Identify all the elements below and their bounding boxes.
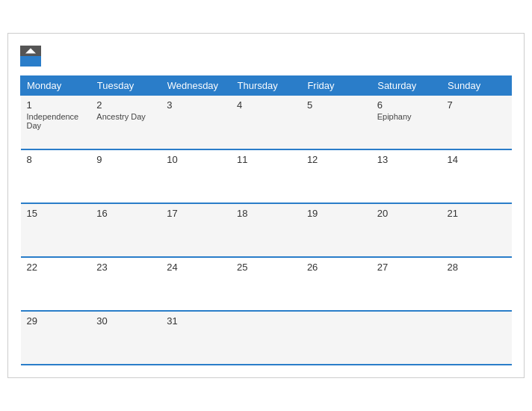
day-number: 19 xyxy=(307,208,365,219)
calendar-cell: 20 xyxy=(371,203,442,257)
calendar-cell: 22 xyxy=(21,257,91,311)
calendar-cell: 4 xyxy=(231,96,301,149)
holiday-name: Ancestry Day xyxy=(96,112,155,121)
weekday-header-saturday: Saturday xyxy=(371,76,442,96)
weekday-header-monday: Monday xyxy=(21,76,91,96)
day-number: 15 xyxy=(27,208,85,219)
day-number: 1 xyxy=(27,99,85,111)
calendar: MondayTuesdayWednesdayThursdayFridaySatu… xyxy=(7,33,525,378)
calendar-thead: MondayTuesdayWednesdayThursdayFridaySatu… xyxy=(21,76,512,96)
week-row-5: 293031 xyxy=(21,311,512,365)
weekday-header-row: MondayTuesdayWednesdayThursdayFridaySatu… xyxy=(21,76,512,96)
day-number: 29 xyxy=(27,315,85,327)
calendar-cell xyxy=(442,311,512,365)
calendar-cell: 28 xyxy=(442,257,512,311)
day-number: 16 xyxy=(96,208,155,219)
calendar-cell: 5 xyxy=(301,96,371,149)
week-row-2: 891011121314 xyxy=(21,149,512,203)
day-number: 27 xyxy=(377,262,436,273)
calendar-cell: 18 xyxy=(231,203,301,257)
calendar-cell: 10 xyxy=(161,149,231,203)
logo-icon xyxy=(20,46,41,67)
holiday-name: Independence Day xyxy=(27,112,85,130)
calendar-cell: 14 xyxy=(442,149,512,203)
calendar-cell: 23 xyxy=(90,257,161,311)
day-number: 3 xyxy=(167,99,225,111)
day-number: 7 xyxy=(448,99,506,111)
weekday-header-friday: Friday xyxy=(301,76,371,96)
calendar-cell xyxy=(301,311,371,365)
calendar-cell: 31 xyxy=(161,311,231,365)
calendar-tbody: 1Independence Day2Ancestry Day3456Epipha… xyxy=(21,96,512,365)
calendar-cell: 11 xyxy=(231,149,301,203)
calendar-cell: 3 xyxy=(161,96,231,149)
svg-rect-1 xyxy=(20,56,41,67)
calendar-cell: 29 xyxy=(21,311,91,365)
calendar-cell: 13 xyxy=(371,149,442,203)
day-number: 12 xyxy=(307,154,365,165)
calendar-cell: 30 xyxy=(90,311,161,365)
day-number: 21 xyxy=(448,208,506,219)
day-number: 17 xyxy=(167,208,225,219)
calendar-cell: 7 xyxy=(442,96,512,149)
calendar-cell: 16 xyxy=(90,203,161,257)
weekday-header-wednesday: Wednesday xyxy=(161,76,231,96)
day-number: 20 xyxy=(377,208,436,219)
day-number: 30 xyxy=(96,315,155,327)
day-number: 26 xyxy=(307,262,365,273)
calendar-cell: 6Epiphany xyxy=(371,96,442,149)
day-number: 2 xyxy=(96,99,155,111)
calendar-cell: 27 xyxy=(371,257,442,311)
calendar-cell: 25 xyxy=(231,257,301,311)
calendar-cell: 21 xyxy=(442,203,512,257)
day-number: 14 xyxy=(448,154,506,165)
weekday-header-sunday: Sunday xyxy=(442,76,512,96)
calendar-cell: 1Independence Day xyxy=(21,96,91,149)
day-number: 6 xyxy=(377,99,436,111)
weekday-header-thursday: Thursday xyxy=(231,76,301,96)
day-number: 25 xyxy=(237,262,295,273)
calendar-cell: 12 xyxy=(301,149,371,203)
week-row-4: 22232425262728 xyxy=(21,257,512,311)
calendar-cell: 24 xyxy=(161,257,231,311)
day-number: 11 xyxy=(237,154,295,165)
day-number: 9 xyxy=(96,154,155,165)
day-number: 8 xyxy=(27,154,85,165)
calendar-cell: 15 xyxy=(21,203,91,257)
calendar-header xyxy=(20,46,512,67)
holiday-name: Epiphany xyxy=(377,112,436,121)
day-number: 5 xyxy=(307,99,365,111)
logo xyxy=(20,46,43,67)
day-number: 28 xyxy=(448,262,506,273)
calendar-cell: 19 xyxy=(301,203,371,257)
calendar-cell xyxy=(231,311,301,365)
day-number: 24 xyxy=(167,262,225,273)
calendar-cell: 2Ancestry Day xyxy=(90,96,161,149)
day-number: 22 xyxy=(27,262,85,273)
day-number: 10 xyxy=(167,154,225,165)
day-number: 4 xyxy=(237,99,295,111)
calendar-cell: 8 xyxy=(21,149,91,203)
week-row-3: 15161718192021 xyxy=(21,203,512,257)
calendar-cell: 26 xyxy=(301,257,371,311)
calendar-cell: 17 xyxy=(161,203,231,257)
calendar-cell: 9 xyxy=(90,149,161,203)
day-number: 23 xyxy=(96,262,155,273)
day-number: 18 xyxy=(237,208,295,219)
calendar-table: MondayTuesdayWednesdayThursdayFridaySatu… xyxy=(20,75,512,365)
day-number: 31 xyxy=(167,315,225,327)
week-row-1: 1Independence Day2Ancestry Day3456Epipha… xyxy=(21,96,512,149)
day-number: 13 xyxy=(377,154,436,165)
calendar-cell xyxy=(371,311,442,365)
weekday-header-tuesday: Tuesday xyxy=(90,76,161,96)
